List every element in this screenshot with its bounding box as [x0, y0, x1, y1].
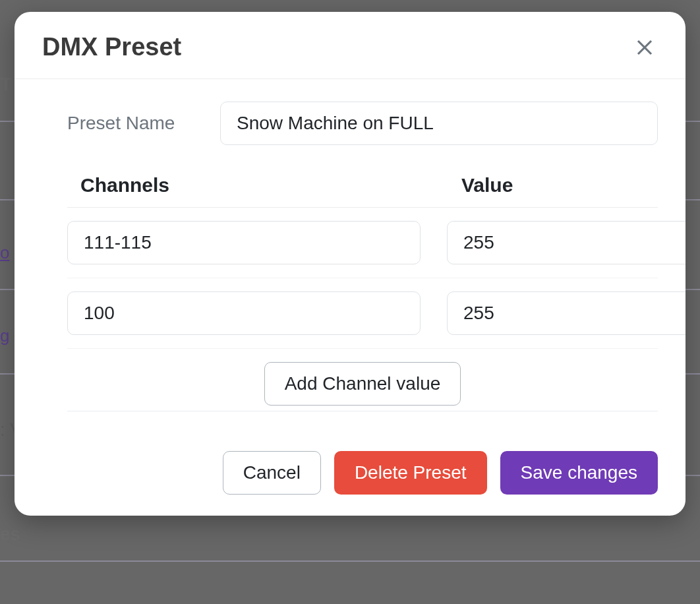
add-channel-row: Add Channel value: [67, 349, 658, 411]
add-channel-button[interactable]: Add Channel value: [264, 362, 461, 406]
channel-row: [67, 208, 658, 278]
channels-input[interactable]: [67, 291, 421, 335]
bg-divider: [0, 560, 700, 562]
column-header-channels: Channels: [67, 174, 459, 196]
modal-footer: Cancel Delete Preset Save changes: [15, 417, 685, 516]
delete-preset-button[interactable]: Delete Preset: [334, 451, 487, 495]
channels-input[interactable]: [67, 221, 421, 264]
preset-name-row: Preset Name: [42, 102, 658, 145]
value-input[interactable]: [447, 291, 685, 335]
preset-name-label: Preset Name: [67, 113, 199, 134]
modal-body: Preset Name Channels Value: [15, 79, 685, 417]
channel-row: [67, 278, 658, 349]
value-input[interactable]: [447, 221, 685, 264]
bg-text: T: [0, 74, 11, 95]
close-button[interactable]: [631, 34, 658, 61]
bg-text: es: [0, 524, 20, 545]
save-changes-button[interactable]: Save changes: [500, 451, 658, 495]
bg-link-fragment: g: [0, 326, 9, 346]
column-header-value: Value: [459, 174, 658, 196]
dmx-preset-modal: DMX Preset Preset Name Channels Value: [15, 12, 685, 516]
cancel-button[interactable]: Cancel: [223, 451, 321, 495]
close-icon: [635, 38, 655, 57]
bg-link-fragment: o: [0, 243, 9, 263]
preset-name-input[interactable]: [220, 102, 658, 145]
channels-table-header: Channels Value: [67, 167, 658, 208]
modal-title: DMX Preset: [42, 33, 181, 61]
modal-header: DMX Preset: [15, 12, 685, 79]
